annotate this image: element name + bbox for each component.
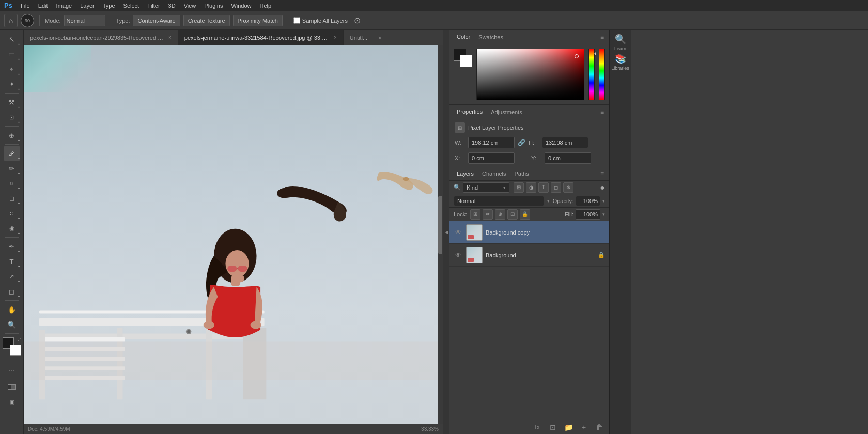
menu-window[interactable]: Window	[231, 3, 251, 9]
type-tool[interactable]: T▾	[4, 254, 20, 269]
lock-artboard-btn[interactable]: ⊡	[507, 209, 518, 220]
search-btn[interactable]: 🔍 Learn	[612, 34, 629, 51]
target-icon[interactable]: ⊙	[354, 16, 361, 25]
tab-2-close[interactable]: ×	[334, 35, 337, 40]
sample-all-layers-checkbox[interactable]	[293, 17, 300, 24]
menu-select[interactable]: Select	[123, 3, 140, 9]
layer-visibility-background-copy[interactable]: 👁	[454, 228, 463, 237]
opacity-input[interactable]	[576, 196, 600, 206]
frame-tool[interactable]: ⊡▾	[4, 110, 20, 125]
x-input[interactable]	[468, 152, 515, 164]
eyedropper-tool[interactable]: ⊕▾	[4, 128, 20, 143]
color-spectrum-bar[interactable]	[599, 49, 605, 100]
menu-filter[interactable]: Filter	[147, 3, 160, 9]
menu-view[interactable]: View	[184, 3, 196, 9]
filter-smart-btn[interactable]: ⊛	[563, 182, 574, 193]
change-screen-mode-btn[interactable]: ▣	[4, 395, 20, 409]
gradient-tool[interactable]: ∷▾	[4, 206, 20, 221]
paths-tab[interactable]: Paths	[513, 169, 531, 178]
quick-select-tool[interactable]: ✦▾	[4, 77, 20, 91]
lock-all-btn[interactable]: 🔒	[520, 209, 530, 220]
shape-tool[interactable]: ◻▾	[4, 284, 20, 299]
content-aware-btn[interactable]: Content-Aware	[133, 15, 180, 26]
layer-item-background-copy[interactable]: 👁 Background copy	[450, 221, 609, 244]
vertical-scrollbar-thumb[interactable]	[438, 196, 442, 254]
more-tools-btn[interactable]: …	[4, 362, 20, 376]
bg-color-mini[interactable]	[460, 55, 472, 67]
layer-item-background[interactable]: 👁 Background 🔒	[450, 244, 609, 267]
path-select-tool[interactable]: ↗▾	[4, 269, 20, 284]
properties-tab[interactable]: Properties	[455, 107, 485, 116]
filter-adjustment-btn[interactable]: ◑	[526, 182, 536, 193]
h-input[interactable]	[542, 137, 588, 148]
hand-tool[interactable]: ✋	[4, 302, 20, 317]
tab-1[interactable]: pexels-ion-ceban-ionelceban-2929835-Reco…	[24, 30, 178, 45]
lasso-tool[interactable]: ⌖▾	[4, 62, 20, 76]
vertical-scrollbar[interactable]	[438, 45, 443, 424]
menu-edit[interactable]: Edit	[38, 3, 48, 9]
filter-shape-btn[interactable]: ◻	[551, 182, 561, 193]
create-texture-btn[interactable]: Create Texture	[183, 15, 230, 26]
color-gradient-picker[interactable]	[476, 49, 584, 100]
proximity-match-btn[interactable]: Proximity Match	[233, 15, 283, 26]
quick-mask-btn[interactable]	[4, 380, 20, 394]
properties-panel-menu[interactable]: ≡	[600, 109, 604, 116]
spot-healing-tool[interactable]: 🖊▾	[4, 146, 20, 161]
crop-tool[interactable]: ⚒▾	[4, 95, 20, 110]
color-panel-menu[interactable]: ≡	[600, 34, 604, 41]
move-tool[interactable]: ↖▾	[4, 32, 20, 47]
kind-select-wrapper[interactable]: Kind ▾	[463, 182, 509, 193]
pen-tool[interactable]: ✒▾	[4, 239, 20, 254]
sample-all-layers-label[interactable]: Sample All Layers	[293, 17, 348, 24]
eraser-tool[interactable]: ◻▾	[4, 191, 20, 206]
blend-mode-select[interactable]: Normal	[454, 196, 544, 206]
new-layer-btn[interactable]: +	[578, 422, 590, 433]
menu-3d[interactable]: 3D	[168, 3, 176, 9]
color-tab[interactable]: Color	[455, 33, 472, 41]
delete-layer-btn[interactable]: 🗑	[594, 422, 605, 433]
add-layer-style-btn[interactable]: fx	[532, 422, 543, 433]
layers-tab[interactable]: Layers	[455, 169, 476, 178]
hue-slider[interactable]	[588, 49, 595, 100]
tab-3[interactable]: Untitl...	[344, 30, 374, 45]
libraries-btn[interactable]: 📚 Libraries	[612, 54, 629, 70]
menu-plugins[interactable]: Plugins	[204, 3, 223, 9]
add-mask-btn[interactable]: ⊡	[547, 422, 559, 433]
home-button[interactable]: ⌂	[4, 14, 18, 27]
lock-move-btn[interactable]: ⊕	[495, 209, 505, 220]
y-input[interactable]	[545, 152, 591, 164]
w-input[interactable]	[468, 137, 515, 148]
switch-colors-icon[interactable]: ⇌	[18, 337, 21, 342]
menu-type[interactable]: Type	[103, 3, 115, 9]
lock-pixels-btn[interactable]: ⊞	[470, 209, 481, 220]
menu-layer[interactable]: Layer	[80, 3, 95, 9]
tabs-overflow-btn[interactable]: »	[374, 34, 386, 41]
brush-tool[interactable]: ✏▾	[4, 161, 20, 176]
zoom-tool[interactable]: 🔍	[4, 317, 20, 332]
mode-select[interactable]: Normal	[64, 15, 105, 26]
clone-stamp-tool[interactable]: ⌑▾	[4, 176, 20, 191]
adjustments-tab[interactable]: Adjustments	[489, 108, 524, 116]
menu-help[interactable]: Help	[260, 3, 272, 9]
layer-visibility-background[interactable]: 👁	[454, 251, 463, 260]
menu-image[interactable]: Image	[56, 3, 72, 9]
layers-panel-menu[interactable]: ≡	[600, 170, 604, 177]
fg-bg-mini[interactable]	[454, 49, 472, 67]
channels-tab[interactable]: Channels	[480, 169, 508, 178]
tab-1-close[interactable]: ×	[168, 35, 172, 40]
marquee-tool[interactable]: ▭▾	[4, 47, 20, 61]
link-icon[interactable]: 🔗	[518, 139, 525, 146]
tab-2[interactable]: pexels-jermaine-ulinwa-3321584-Recovered…	[178, 30, 344, 45]
canvas-scroll[interactable]	[24, 45, 443, 424]
lock-paint-btn[interactable]: ✏	[483, 209, 493, 220]
filter-pixel-btn[interactable]: ⊞	[514, 182, 524, 193]
swatches-tab[interactable]: Swatches	[476, 33, 505, 41]
filter-type-btn[interactable]: T	[538, 182, 549, 193]
collapse-strip-left[interactable]: ◀	[443, 30, 449, 434]
background-color[interactable]	[10, 345, 21, 356]
dodge-tool[interactable]: ◉▾	[4, 221, 20, 236]
fill-input[interactable]	[576, 209, 600, 220]
new-group-btn[interactable]: 📁	[563, 422, 574, 433]
menu-file[interactable]: File	[21, 3, 30, 9]
foreground-background-colors[interactable]: ⇌	[3, 337, 21, 356]
